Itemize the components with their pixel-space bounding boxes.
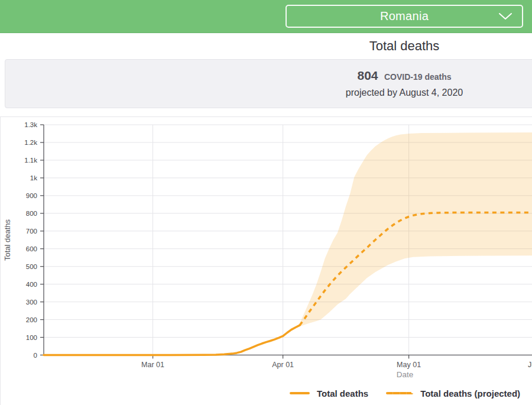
legend-label-actual: Total deaths (317, 388, 368, 398)
header-bar: Romania (0, 0, 532, 33)
summary-panel: 804 COVID-19 deaths projected by August … (5, 59, 532, 108)
app-page: Romania Total deaths 804 COVID-19 deaths… (0, 0, 532, 405)
svg-text:600: 600 (26, 245, 37, 252)
svg-text:1.2k: 1.2k (24, 139, 37, 146)
svg-text:200: 200 (26, 316, 37, 323)
svg-text:900: 900 (26, 192, 37, 199)
chart-card: 01002003004005006007008009001k1.1k1.2k1.… (0, 116, 532, 405)
solid-line-swatch (290, 392, 310, 394)
x-axis-title: Date (397, 370, 414, 379)
projection-date-text: projected by August 4, 2020 (5, 85, 532, 100)
deaths-count: 804 (357, 69, 378, 82)
legend-item-projected[interactable]: Total deaths (projected) (386, 388, 520, 398)
summary-line: 804 COVID-19 deaths (5, 68, 532, 85)
svg-text:800: 800 (26, 210, 37, 217)
svg-text:100: 100 (26, 334, 37, 341)
svg-text:Jun 01: Jun 01 (528, 361, 532, 369)
svg-text:0: 0 (34, 352, 37, 359)
deaths-count-label: COVID-19 deaths (384, 72, 452, 82)
svg-text:May 01: May 01 (397, 361, 421, 369)
dashed-line-swatch (386, 392, 413, 394)
chart-legend: Total deaths Total deaths (projected) (1, 387, 532, 400)
svg-text:500: 500 (26, 263, 37, 270)
y-axis-title: Total deaths (3, 219, 12, 261)
legend-item-actual[interactable]: Total deaths (290, 388, 368, 398)
page-title: Total deaths (0, 38, 532, 54)
svg-text:300: 300 (26, 299, 37, 306)
svg-text:Apr 01: Apr 01 (272, 361, 294, 369)
chevron-down-icon (498, 12, 512, 20)
svg-text:Mar 01: Mar 01 (141, 361, 164, 369)
legend-label-projected: Total deaths (projected) (420, 388, 520, 398)
svg-text:700: 700 (26, 228, 37, 235)
svg-text:1.3k: 1.3k (24, 121, 37, 128)
total-deaths-chart[interactable]: 01002003004005006007008009001k1.1k1.2k1.… (1, 117, 532, 383)
svg-text:400: 400 (26, 281, 37, 288)
country-selector[interactable]: Romania (286, 5, 523, 28)
svg-text:1k: 1k (30, 174, 37, 182)
svg-text:1.1k: 1.1k (24, 157, 37, 164)
country-selector-value: Romania (380, 9, 429, 23)
